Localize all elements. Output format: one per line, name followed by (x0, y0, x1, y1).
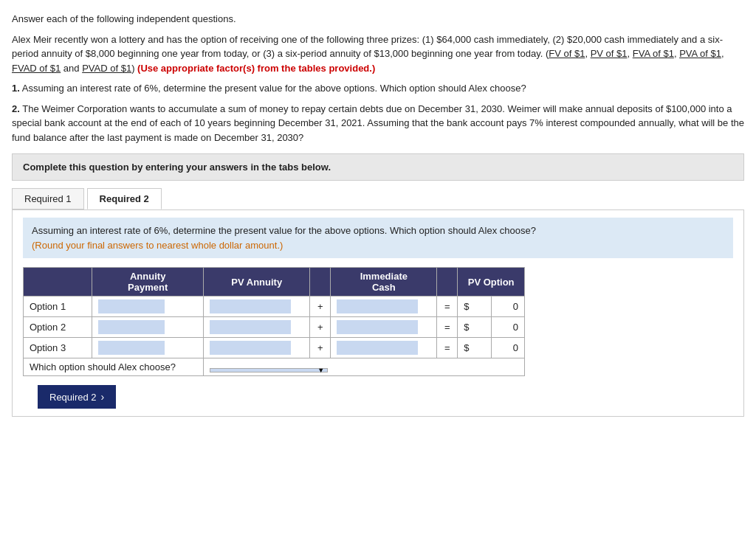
option2-plus: + (310, 317, 331, 338)
bottom-row: Required 2 › (23, 385, 733, 409)
pvad-link[interactable]: PVAD of $1 (82, 63, 131, 74)
required2-label: Required 2 (49, 392, 97, 403)
option2-label: Option 2 (24, 317, 92, 338)
option3-pv-annuity-cell (204, 338, 310, 358)
which-option-dropdown-cell: Option 1 Option 2 Option 3 (204, 358, 525, 376)
intro-line1: Answer each of the following independent… (12, 12, 744, 27)
option2-pv-annuity-cell (204, 317, 310, 338)
instruction-box: Assuming an interest rate of 6%, determi… (23, 218, 733, 258)
col-header-pv-option: PV Option (458, 268, 525, 297)
col-header-plus (310, 268, 331, 297)
option3-immediate-input[interactable] (337, 341, 418, 355)
which-option-row: Which option should Alex choose? Option … (24, 358, 525, 376)
option1-pv-value: 0 (491, 297, 524, 317)
which-option-dropdown[interactable] (210, 368, 328, 372)
instruction-main: Assuming an interest rate of 6%, determi… (32, 225, 536, 236)
option1-immediate-input[interactable] (337, 299, 418, 313)
which-option-label: Which option should Alex choose? (24, 358, 204, 376)
option1-annuity-input[interactable] (98, 299, 165, 313)
col-header-annuity: AnnuityPayment (92, 268, 204, 297)
col-header-eq (437, 268, 458, 297)
option3-dollar: $ (458, 338, 491, 358)
table-row: Option 3 + = $ 0 (24, 338, 525, 358)
option2-pv-value: 0 (491, 317, 524, 338)
option1-pv-annuity-cell (204, 297, 310, 317)
required2-button[interactable]: Required 2 › (38, 385, 116, 409)
option2-eq: = (437, 317, 458, 338)
option2-immediate-input[interactable] (337, 320, 418, 334)
tab-required1[interactable]: Required 1 (12, 188, 84, 209)
col-header-immediate-cash: ImmediateCash (331, 268, 437, 297)
option1-dollar: $ (458, 297, 491, 317)
option3-pv-annuity-input[interactable] (210, 341, 291, 355)
option2-annuity-input[interactable] (98, 320, 165, 334)
bold-red-text: (Use appropriate factor(s) from the tabl… (137, 63, 375, 74)
table-row: Option 1 + = $ 0 (24, 297, 525, 317)
option3-annuity-input[interactable] (98, 341, 165, 355)
options-table: AnnuityPayment PV Annuity ImmediateCash … (23, 267, 525, 376)
col-header-empty (24, 268, 92, 297)
option2-annuity-cell (92, 317, 204, 338)
question-box: Complete this question by entering your … (12, 153, 744, 181)
option2-dollar: $ (458, 317, 491, 338)
option1-annuity-cell (92, 297, 204, 317)
question1: 1. Assuming an interest rate of 6%, dete… (12, 81, 744, 96)
intro-line2: Alex Meir recently won a lottery and has… (12, 32, 744, 76)
pv-link[interactable]: PV of $1 (591, 48, 628, 59)
tab-required2[interactable]: Required 2 (87, 188, 162, 209)
option3-pv-value: 0 (491, 338, 524, 358)
option3-plus: + (310, 338, 331, 358)
option1-label: Option 1 (24, 297, 92, 317)
option1-immediate-cell (331, 297, 437, 317)
option3-immediate-cell (331, 338, 437, 358)
fva-link[interactable]: FVA of $1 (633, 48, 674, 59)
dropdown-container: Option 1 Option 2 Option 3 (210, 361, 328, 372)
required2-arrow: › (101, 391, 105, 403)
option2-pv-annuity-input[interactable] (210, 320, 291, 334)
option3-label: Option 3 (24, 338, 92, 358)
option1-eq: = (437, 297, 458, 317)
option3-eq: = (437, 338, 458, 358)
fvad-link[interactable]: FVAD of $1 (12, 63, 61, 74)
question2: 2. The Weimer Corporation wants to accum… (12, 102, 744, 145)
option1-pv-annuity-input[interactable] (210, 299, 291, 313)
tab-content: Assuming an interest rate of 6%, determi… (12, 209, 744, 417)
option1-plus: + (310, 297, 331, 317)
instruction-sub: (Round your final answers to nearest who… (32, 240, 283, 251)
pva-link[interactable]: PVA of $1 (679, 48, 721, 59)
option2-immediate-cell (331, 317, 437, 338)
fv-link[interactable]: FV of $1 (549, 48, 585, 59)
table-row: Option 2 + = $ 0 (24, 317, 525, 338)
option3-annuity-cell (92, 338, 204, 358)
col-header-pv-annuity: PV Annuity (204, 268, 310, 297)
tabs-row: Required 1 Required 2 (12, 188, 744, 209)
